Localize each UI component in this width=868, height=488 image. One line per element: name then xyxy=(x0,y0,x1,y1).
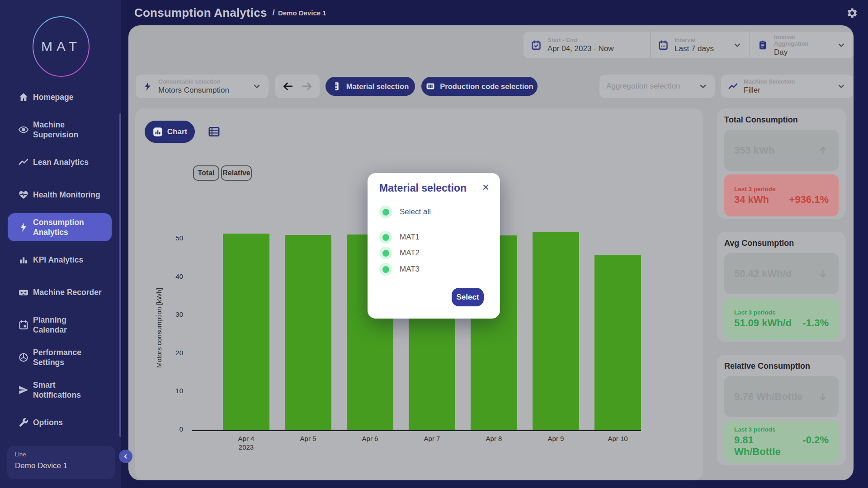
stat-title: Avg Consumption xyxy=(724,239,839,248)
stat-period-change: -1.3% xyxy=(803,317,829,329)
sidebar-item-label: Planning Calendar xyxy=(33,315,67,335)
chevron-down-icon xyxy=(732,40,742,50)
consumable-text: Consumable selection Motors Consumption xyxy=(158,78,229,95)
stat-period-label: Last 3 periods xyxy=(734,309,829,316)
consumable-value: Motors Consumption xyxy=(158,86,229,95)
date-range-text: Start - End Apr 04, 2023 - Now xyxy=(547,37,613,53)
stat-card-total-consumption: Total Consumption 353 kWh Last 3 periods… xyxy=(717,108,846,219)
material-selection-modal: Material selection × Select all MAT1 MAT… xyxy=(368,173,500,319)
sidebar-item-homepage[interactable]: Homepage xyxy=(8,81,112,113)
sidebar-item-performance-settings[interactable]: Performance Settings xyxy=(8,341,112,374)
home-icon xyxy=(18,92,29,103)
modal-option-label: MAT1 xyxy=(400,233,420,242)
radio-select-all[interactable] xyxy=(379,206,392,218)
stat-period-box: Last 3 periods 51.09 kWh/d -1.3% xyxy=(724,298,839,340)
app-root: Consumption Analytics / Demo Device 1 St… xyxy=(0,0,868,488)
radio-dot xyxy=(382,234,389,241)
sidebar-item-smart-notifications[interactable]: Smart Notifications xyxy=(8,374,112,406)
calendar-dots-icon xyxy=(658,40,669,51)
production-code-selection-button[interactable]: Production code selection xyxy=(421,77,538,96)
date-range-value: Apr 04, 2023 - Now xyxy=(547,44,613,53)
calendar-check-icon xyxy=(531,40,542,51)
stat-period-value: 9.81 Wh/Bottle xyxy=(734,434,803,458)
sidebar-item-kpi-analytics[interactable]: KPI Analytics xyxy=(8,244,112,276)
chevron-left-icon xyxy=(122,452,130,460)
sidebar-item-options[interactable]: Options xyxy=(8,406,112,439)
stat-current-box: 353 kWh xyxy=(724,130,839,171)
breadcrumb-separator: / xyxy=(273,8,275,18)
brand-logo-text: MAT xyxy=(41,39,81,54)
x-axis-label: Apr 6 xyxy=(347,435,393,443)
interval-aggregation-value: Day xyxy=(774,48,830,57)
sidebar-item-label: Smart Notifications xyxy=(33,380,81,400)
y-axis-tick: 40 xyxy=(160,272,183,280)
modal-option-mat1: MAT1 xyxy=(379,231,420,244)
sidebar-item-consumption-analytics[interactable]: Consumption Analytics xyxy=(8,213,112,241)
sidebar-item-lean-analytics[interactable]: Lean Analytics xyxy=(8,146,112,178)
sidebar-collapse-button[interactable] xyxy=(119,450,132,463)
stat-period-label: Last 3 periods xyxy=(734,186,829,192)
bar-apr-9[interactable] xyxy=(533,232,579,430)
bar-apr-4[interactable] xyxy=(223,234,269,430)
close-icon[interactable]: × xyxy=(481,180,491,194)
clipboard-icon xyxy=(757,40,768,51)
radio-mat1[interactable] xyxy=(379,231,392,244)
x-axis-label: Apr 7 xyxy=(409,435,455,443)
interval-aggregation-text: Interval Aggregation Day xyxy=(774,33,830,57)
bar-apr-5[interactable] xyxy=(285,235,331,430)
chevron-down-icon xyxy=(836,81,846,91)
y-axis-tick: 30 xyxy=(160,310,183,318)
chevron-down-icon xyxy=(252,81,262,91)
line-device-card[interactable]: Line Demo Device 1 xyxy=(7,446,115,479)
sidebar-item-machine-recorder[interactable]: Machine Recorder xyxy=(8,276,112,309)
x-axis-label: Apr 9 xyxy=(533,435,579,443)
consumable-selector[interactable]: Consumable selection Motors Consumption xyxy=(136,75,269,98)
line-device-name: Demo Device 1 xyxy=(15,461,107,470)
material-selection-button[interactable]: Material selection xyxy=(326,77,415,96)
sidebar-item-label: Performance Settings xyxy=(33,347,81,368)
stat-period-label: Last 3 periods xyxy=(734,426,829,433)
interval-value: Last 7 days xyxy=(675,44,714,53)
settings-gear-icon[interactable] xyxy=(846,7,858,19)
radio-dot xyxy=(382,266,389,273)
stat-card-relative-consumption: Relative Consumption 9.78 Wh/Bottle Last… xyxy=(717,355,846,465)
date-range-selector[interactable]: Start - End Apr 04, 2023 - Now xyxy=(524,32,650,58)
radio-mat3[interactable] xyxy=(379,263,392,276)
sidebar-item-label: Options xyxy=(33,418,63,427)
eye-icon xyxy=(18,124,29,135)
sidebar-scrollbar[interactable] xyxy=(119,113,121,437)
stat-current-value: 353 kWh xyxy=(734,145,774,156)
arrow-right-icon[interactable] xyxy=(301,80,313,92)
arrow-left-icon[interactable] xyxy=(282,80,294,92)
barcode-icon xyxy=(425,81,435,91)
stat-title: Total Consumption xyxy=(724,115,839,125)
radio-dot xyxy=(382,209,389,216)
interval-aggregation-selector[interactable]: Interval Aggregation Day xyxy=(750,32,854,58)
date-range-label: Start - End xyxy=(547,37,613,43)
chevron-down-icon xyxy=(698,81,708,91)
production-code-selection-button-label: Production code selection xyxy=(440,82,533,91)
modal-select-button[interactable]: Select xyxy=(452,288,484,306)
stat-card-avg-consumption: Avg Consumption 50.42 kWh/d Last 3 perio… xyxy=(717,232,846,342)
stat-period-box: Last 3 periods 34 kWh +936.1% xyxy=(724,174,839,216)
page-header: Consumption Analytics / Demo Device 1 xyxy=(134,0,326,25)
interval-text: Interval Last 7 days xyxy=(675,37,714,53)
trend-line-icon xyxy=(728,81,738,92)
wrench-icon xyxy=(18,417,29,428)
modal-option-label: MAT3 xyxy=(400,265,420,274)
sidebar-item-label: Homepage xyxy=(33,92,73,102)
consumable-label: Consumable selection xyxy=(158,78,229,85)
period-navigation xyxy=(275,75,320,98)
bar-apr-10[interactable] xyxy=(594,255,641,430)
stat-title: Relative Consumption xyxy=(724,361,839,371)
interval-selector[interactable]: Interval Last 7 days xyxy=(651,32,750,58)
sidebar-item-label: Lean Analytics xyxy=(33,157,89,167)
sidebar-item-machine-supervision[interactable]: Machine Supervision xyxy=(8,113,112,146)
aggregation-label: Aggregation selection xyxy=(606,82,680,91)
sidebar-item-planning-calendar[interactable]: Planning Calendar xyxy=(8,309,112,341)
sidebar-item-health-monitoring[interactable]: Health Monitoring xyxy=(8,178,112,211)
radio-mat2[interactable] xyxy=(379,247,392,259)
x-axis-label: Apr 8 xyxy=(471,435,517,443)
machine-selector[interactable]: Machine Selection Filler xyxy=(721,75,853,98)
aggregation-selector[interactable]: Aggregation selection xyxy=(599,75,715,98)
